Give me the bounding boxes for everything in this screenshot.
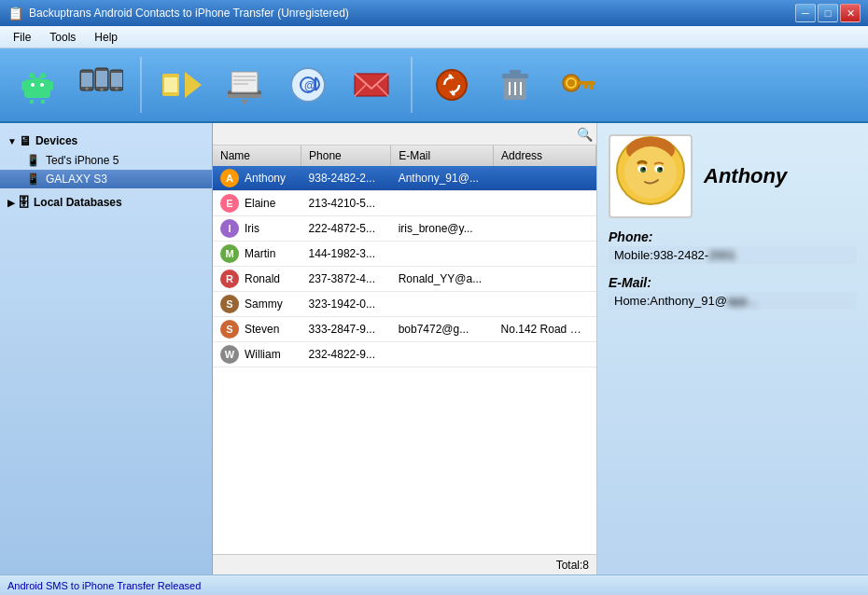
contact-footer: Total:8 [213,554,596,574]
app-icon: 📋 [7,6,23,21]
contact-list: AAnthony938-2482-2...Anthony_91@...EElai… [213,166,596,367]
email-icon: @ [286,62,330,107]
local-db-chevron: ▶ [7,198,15,208]
contact-avatar: S [220,295,239,313]
contact-name: Sammy [245,298,283,311]
svg-point-10 [40,83,44,87]
contact-toolbar: 🔍 [213,123,596,145]
menu-file[interactable]: File [4,29,40,46]
table-row[interactable]: SSammy323-1942-0... [213,292,596,317]
toolbar-mail-button[interactable] [343,55,399,115]
svg-rect-8 [41,100,45,104]
toolbar: @ [0,48,868,123]
svg-rect-5 [21,81,25,90]
phone-label: Phone: [609,229,857,244]
contact-email: Anthony_91@... [391,166,494,191]
contact-email: Ronald_YY@a... [391,267,494,292]
svg-rect-51 [584,85,588,89]
svg-rect-0 [24,79,50,98]
table-row[interactable]: RRonald237-3872-4...Ronald_YY@a... [213,267,596,292]
toolbar-key-button[interactable] [551,55,607,115]
contact-address [494,342,596,367]
contact-name: Elaine [245,197,275,210]
contact-email [391,342,494,367]
col-email: E-Mail [391,145,494,166]
detail-avatar [613,133,688,220]
contact-email: bob7472@g... [391,317,494,342]
table-row[interactable]: SSteven333-2847-9...bob7472@g...No.142 R… [213,317,596,342]
contact-address [494,267,596,292]
devices-chevron: ▼ [7,136,17,146]
search-icon: 🔍 [577,127,593,142]
contact-total: Total:8 [556,559,589,572]
menu-bar: File Tools Help [0,26,868,48]
contact-email: iris_brone@y... [391,216,494,242]
toolbar-transfer-button[interactable] [73,55,129,115]
contact-address [494,166,596,191]
toolbar-sync-button[interactable] [153,55,209,115]
local-db-group: ▶ 🗄 Local Databases [0,190,212,214]
contact-phone: 232-4822-9... [301,342,391,367]
mail-icon [349,62,394,107]
svg-marker-22 [185,72,202,98]
svg-rect-7 [30,100,34,104]
sidebar: ▼ 🖥 Devices 📱 Ted's iPhone 5 📱 GALAXY S3… [0,123,213,574]
devices-header[interactable]: ▼ 🖥 Devices [0,131,212,151]
col-address: Address [494,145,596,166]
devices-icon: 🖥 [19,133,32,148]
main-content: ▼ 🖥 Devices 📱 Ted's iPhone 5 📱 GALAXY S3… [0,123,868,574]
svg-point-63 [660,167,663,170]
minimize-button[interactable]: ─ [795,4,816,22]
toolbar-sep-2 [411,57,413,113]
devices-group: ▼ 🖥 Devices 📱 Ted's iPhone 5 📱 GALAXY S3 [0,129,212,190]
close-button[interactable]: ✕ [840,4,861,22]
phone-blurred: 2001 [708,248,735,262]
table-row[interactable]: EElaine213-4210-5... [213,191,596,216]
table-row[interactable]: MMartin144-1982-3... [213,242,596,267]
svg-point-19 [116,88,119,90]
phone-value: Mobile:938-2482-2001 [609,246,857,264]
menu-help[interactable]: Help [85,29,127,46]
contact-avatar: S [220,320,239,339]
contact-name: Ronald [245,272,280,285]
sidebar-item-iphone[interactable]: 📱 Ted's iPhone 5 [0,151,212,170]
toolbar-refresh-button[interactable] [424,55,480,115]
contact-avatar: M [220,244,239,263]
contact-avatar: W [220,345,239,364]
maximize-button[interactable]: □ [818,4,838,22]
col-name: Name [213,145,301,166]
svg-rect-43 [510,70,521,75]
contact-table[interactable]: Name Phone E-Mail Address AAnthony938-24… [213,145,596,554]
devices-label: Devices [35,134,77,147]
table-row[interactable]: WWilliam232-4822-9... [213,342,596,367]
trash-icon [493,62,538,107]
contact-address [494,292,596,317]
iphone-icon: 📱 [26,154,40,167]
contact-address: No.142 Road No... [494,317,596,342]
toolbar-export-button[interactable] [217,55,273,115]
svg-point-57 [624,146,677,199]
toolbar-android-button[interactable] [9,55,65,115]
contact-avatar: I [220,219,239,238]
menu-tools[interactable]: Tools [40,29,85,46]
sync-icon [159,62,203,107]
email-value: Home:Anthony_91@app... [609,292,857,310]
toolbar-trash-button[interactable] [487,55,543,115]
android-icon [15,62,60,107]
table-row[interactable]: AAnthony938-2482-2...Anthony_91@... [213,166,596,191]
contact-address [494,242,596,267]
table-row[interactable]: IIris222-4872-5...iris_brone@y... [213,216,596,242]
svg-point-62 [643,167,646,170]
key-icon [556,62,601,107]
contact-phone: 323-1942-0... [301,292,391,317]
sidebar-item-galaxy[interactable]: 📱 GALAXY S3 [0,170,212,188]
detail-avatar-frame [609,134,693,218]
contact-name: Martin [245,247,275,260]
export-icon [222,62,267,107]
toolbar-email-button[interactable]: @ [280,55,336,115]
local-db-header[interactable]: ▶ 🗄 Local Databases [0,192,212,213]
contact-phone: 237-3872-4... [301,267,391,292]
contact-avatar: A [220,169,239,187]
svg-rect-24 [228,94,261,98]
detail-header: Anthony [609,134,857,218]
